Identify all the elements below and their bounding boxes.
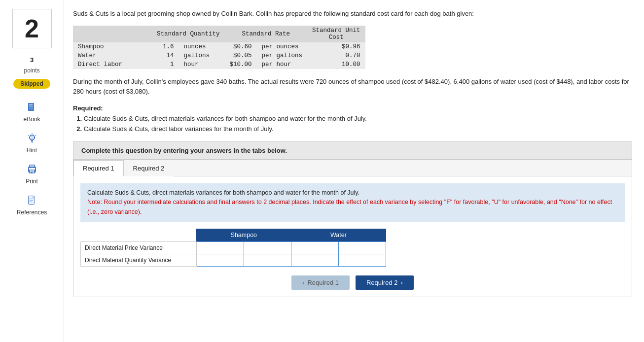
row-shampoo-qty: 1.6 bbox=[152, 42, 179, 51]
svg-line-7 bbox=[36, 135, 36, 136]
table-row: Direct Material Price Variance bbox=[81, 241, 386, 254]
next-arrow-icon: › bbox=[401, 279, 403, 286]
price-variance-water-effect[interactable] bbox=[338, 241, 386, 254]
references-label: References bbox=[17, 209, 47, 216]
tabs-container: Required 1 Required 2 Calculate Suds & C… bbox=[73, 160, 632, 297]
skipped-badge: Skipped bbox=[13, 79, 50, 89]
qty-variance-water-effect[interactable] bbox=[338, 254, 386, 266]
tab-required-2[interactable]: Required 2 bbox=[124, 160, 174, 176]
price-variance-shampoo-effect[interactable] bbox=[244, 241, 291, 254]
main-content: Suds & Cuts is a local pet grooming shop… bbox=[64, 0, 644, 342]
qty-variance-label: Direct Material Quantity Variance bbox=[81, 254, 197, 266]
required-section: Required: 1. Calculate Suds & Cuts, dire… bbox=[73, 103, 632, 134]
question-text: Suds & Cuts is a local pet grooming shop… bbox=[73, 9, 632, 19]
lightbulb-icon bbox=[25, 132, 39, 145]
row-water-cost: 0.70 bbox=[307, 51, 365, 60]
price-variance-label: Direct Material Price Variance bbox=[81, 241, 197, 254]
svg-rect-17 bbox=[30, 200, 33, 201]
cost-table: Standard Quantity Standard Rate Standard… bbox=[73, 26, 365, 69]
next-button[interactable]: Required 2 › bbox=[356, 275, 414, 290]
qty-variance-water-effect-input[interactable] bbox=[339, 255, 386, 266]
qty-variance-shampoo-value[interactable] bbox=[196, 254, 244, 266]
info-box: Calculate Suds & Cuts, direct materials … bbox=[80, 183, 625, 222]
row-labor-label: Direct labor bbox=[73, 60, 152, 69]
note-text: Note: Round your intermediate calculatio… bbox=[87, 199, 612, 215]
svg-rect-10 bbox=[30, 165, 35, 168]
tab-required-1[interactable]: Required 1 bbox=[73, 160, 124, 176]
next-button-label: Required 2 bbox=[366, 279, 398, 286]
col-header-qty: Standard Quantity bbox=[152, 26, 225, 42]
row-labor-rate: $10.00 bbox=[225, 60, 257, 69]
svg-rect-2 bbox=[29, 104, 33, 105]
svg-rect-18 bbox=[30, 202, 32, 202]
price-variance-shampoo-value[interactable] bbox=[196, 241, 244, 254]
row-labor-rate-unit: per hour bbox=[257, 60, 308, 69]
qty-variance-water-input[interactable] bbox=[291, 255, 338, 266]
prev-arrow-icon: ‹ bbox=[302, 279, 304, 286]
row-labor-unit: hour bbox=[179, 60, 225, 69]
col-header-shampoo: Shampoo bbox=[196, 229, 291, 242]
row-shampoo-rate: $0.60 bbox=[225, 42, 257, 51]
qty-variance-water-value[interactable] bbox=[291, 254, 338, 266]
table-row: Direct Material Quantity Variance bbox=[81, 254, 386, 266]
question-number-box: 2 bbox=[12, 9, 52, 48]
tab1-content: Calculate Suds & Cuts, direct materials … bbox=[73, 176, 632, 297]
req-item-1: 1. Calculate Suds & Cuts, direct materia… bbox=[73, 115, 367, 122]
row-labor-qty: 1 bbox=[152, 60, 179, 69]
price-variance-water-input[interactable] bbox=[291, 242, 338, 253]
svg-point-8 bbox=[31, 136, 34, 139]
col-header-water: Water bbox=[291, 229, 386, 242]
row-shampoo-cost: $0.96 bbox=[307, 42, 365, 51]
question-number: 2 bbox=[25, 14, 39, 43]
hint-label: Hint bbox=[27, 147, 37, 154]
price-variance-shampoo-input[interactable] bbox=[197, 242, 244, 253]
row-water-qty: 14 bbox=[152, 51, 179, 60]
col-header-rate: Standard Rate bbox=[225, 26, 308, 42]
sidebar-item-hint[interactable]: Hint bbox=[4, 129, 60, 157]
sidebar-item-references[interactable]: References bbox=[4, 191, 60, 219]
svg-rect-19 bbox=[33, 196, 35, 198]
required-title: Required: bbox=[73, 104, 103, 112]
tabs-bar: Required 1 Required 2 bbox=[73, 160, 632, 176]
row-shampoo-rate-unit: per ounces bbox=[257, 42, 308, 51]
points-value: 3 bbox=[30, 56, 34, 64]
ebook-label: eBook bbox=[23, 116, 40, 123]
row-shampoo-label: Shampoo bbox=[73, 42, 152, 51]
scenario-text: During the month of July, Collin's emplo… bbox=[73, 77, 632, 97]
row-water-rate: $0.05 bbox=[225, 51, 257, 60]
price-variance-water-effect-input[interactable] bbox=[339, 242, 386, 253]
svg-rect-13 bbox=[31, 172, 33, 172]
prev-button-label: Required 1 bbox=[307, 279, 339, 286]
qty-variance-shampoo-effect[interactable] bbox=[244, 254, 291, 266]
row-water-label: Water bbox=[73, 51, 152, 60]
print-icon bbox=[25, 163, 39, 176]
svg-rect-12 bbox=[31, 171, 34, 171]
svg-line-6 bbox=[28, 135, 29, 136]
complete-banner: Complete this question by entering your … bbox=[73, 141, 632, 160]
prev-button[interactable]: ‹ Required 1 bbox=[291, 275, 350, 290]
svg-rect-3 bbox=[29, 106, 33, 106]
document-icon bbox=[25, 194, 39, 207]
book-icon bbox=[25, 101, 39, 114]
sidebar-item-ebook[interactable]: eBook bbox=[4, 98, 60, 126]
price-variance-shampoo-effect-input[interactable] bbox=[244, 242, 291, 253]
qty-variance-shampoo-input[interactable] bbox=[197, 255, 244, 266]
row-labor-cost: 10.00 bbox=[307, 60, 365, 69]
sidebar: 2 3 points Skipped eBook bbox=[0, 0, 64, 342]
row-shampoo-unit: ounces bbox=[179, 42, 225, 51]
info-text: Calculate Suds & Cuts, direct materials … bbox=[87, 189, 359, 196]
row-water-unit: gallons bbox=[179, 51, 225, 60]
qty-variance-shampoo-effect-input[interactable] bbox=[244, 255, 291, 266]
points-label: points bbox=[24, 67, 39, 74]
col-header-cost: Standard UnitCost bbox=[307, 26, 365, 42]
col-header-empty bbox=[81, 229, 197, 242]
nav-buttons: ‹ Required 1 Required 2 › bbox=[80, 275, 625, 290]
answer-table: Shampoo Water Direct Material Price Vari… bbox=[80, 229, 386, 267]
print-label: Print bbox=[26, 178, 38, 185]
price-variance-water-value[interactable] bbox=[291, 241, 338, 254]
sidebar-item-print[interactable]: Print bbox=[4, 160, 60, 188]
req-item-2: 2. Calculate Suds & Cuts, direct labor v… bbox=[73, 125, 274, 133]
svg-rect-16 bbox=[30, 199, 33, 199]
row-water-rate-unit: per gallons bbox=[257, 51, 308, 60]
